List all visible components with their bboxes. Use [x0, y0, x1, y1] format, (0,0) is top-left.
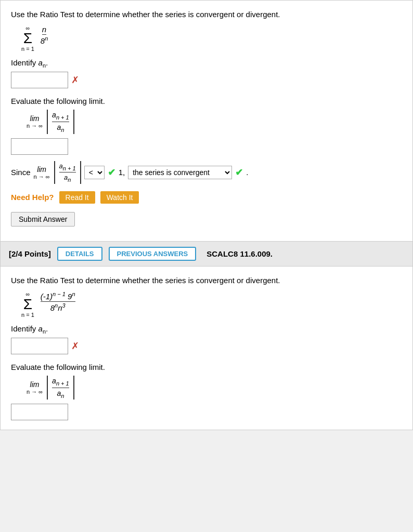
read-it-button[interactable]: Read It [59, 191, 95, 204]
lim-1-text: lim [30, 114, 40, 123]
since-abs: an + 1 an [54, 161, 81, 184]
problem-1-instruction: Use the Ratio Test to determine whether … [11, 10, 402, 19]
series-1-base: n = 1 [21, 46, 34, 52]
sigma-symbol-2: Σ [23, 297, 32, 312]
comparison-dropdown[interactable]: < > = [84, 166, 105, 179]
lim-1-sub: n → ∞ [27, 123, 43, 129]
identify-1-input-row: ✗ [11, 72, 402, 88]
problem-2-section: Use the Ratio Test to determine whether … [0, 267, 413, 431]
convergent-dropdown[interactable]: the series is convergent the series is d… [128, 166, 232, 179]
comparison-check: ✔ [108, 167, 115, 178]
lim-2-text: lim [30, 380, 40, 389]
lim-2-answer-row [11, 404, 402, 420]
identify-2-label-row: Identify an. [11, 324, 402, 335]
prev-answers-button[interactable]: PREVIOUS ANSWERS [109, 247, 197, 261]
sigma-symbol-1: Σ [23, 31, 32, 46]
identify-2-xmark: ✗ [71, 340, 79, 352]
lim-2-denom: an [57, 388, 64, 399]
since-denom: an [64, 172, 71, 183]
since-lim-text: lim [37, 165, 46, 174]
lim-2-input[interactable] [11, 404, 68, 420]
identify-1-row: Identify an. [11, 58, 402, 69]
lim-2-abs: an + 1 an [47, 376, 74, 400]
since-lim-sub: n → ∞ [34, 174, 50, 180]
lim-1-abs: an + 1 an [47, 110, 74, 134]
since-1-row: Since lim n → ∞ an + 1 an < > = ✔ 1, the… [11, 161, 402, 184]
scalc-label: SCALC8 11.6.009. [206, 249, 273, 258]
series-1-display: ∞ Σ n = 1 n 8n [21, 25, 402, 52]
lim-2-numer: an + 1 [52, 377, 69, 388]
series-1-num: n [42, 25, 46, 35]
since-numer: an + 1 [59, 162, 76, 173]
evaluate-2-text: Evaluate the following limit. [11, 363, 105, 371]
evaluate-1-text: Evaluate the following limit. [11, 97, 105, 105]
series-2-num: (-1)n − 1 9n [41, 291, 75, 302]
details-button[interactable]: DETAILS [57, 247, 102, 261]
series-1-den: 8n [41, 35, 48, 45]
lim-1-denom: an [57, 122, 64, 133]
lim-1-block: lim n → ∞ an + 1 an [27, 110, 402, 134]
submit-1-row: Submit Answer [11, 212, 402, 232]
series-2-den: 8nn3 [50, 302, 66, 312]
evaluate-1-label: Evaluate the following limit. [11, 97, 402, 105]
evaluate-2-label-row: Evaluate the following limit. [11, 363, 402, 371]
problem-1-section: Use the Ratio Test to determine whether … [0, 0, 413, 242]
lim-1-numer: an + 1 [52, 111, 69, 122]
series-2-base: n = 1 [21, 312, 34, 318]
identify-1-label: Identify an. [11, 58, 48, 67]
lim-1-input[interactable] [11, 138, 68, 155]
period: . [246, 168, 248, 177]
identify-1-xmark: ✗ [71, 74, 79, 86]
one-label: 1, [119, 168, 125, 177]
identify-2-input-row: ✗ [11, 338, 402, 354]
lim-2-block: lim n → ∞ an + 1 an [27, 376, 402, 400]
need-help-1-label: Need Help? [11, 193, 54, 202]
watch-it-button[interactable]: Watch It [100, 191, 139, 204]
identify-1-input[interactable] [11, 72, 68, 88]
since-1-label: Since [11, 168, 31, 177]
identify-2-input[interactable] [11, 338, 68, 354]
convergent-check: ✔ [235, 167, 243, 178]
points-label: [2/4 Points] [9, 249, 51, 258]
lim-2-sub: n → ∞ [27, 389, 43, 395]
submit-1-button[interactable]: Submit Answer [11, 212, 75, 227]
points-header: [2/4 Points] DETAILS PREVIOUS ANSWERS SC… [0, 242, 413, 267]
lim-1-answer-row [11, 138, 402, 155]
problem-2-instruction: Use the Ratio Test to determine whether … [11, 276, 402, 285]
series-2-display: ∞ Σ n = 1 (-1)n − 1 9n 8nn3 [21, 291, 402, 318]
need-help-1-row: Need Help? Read It Watch It [11, 191, 402, 204]
identify-2-label: Identify an. [11, 324, 48, 333]
